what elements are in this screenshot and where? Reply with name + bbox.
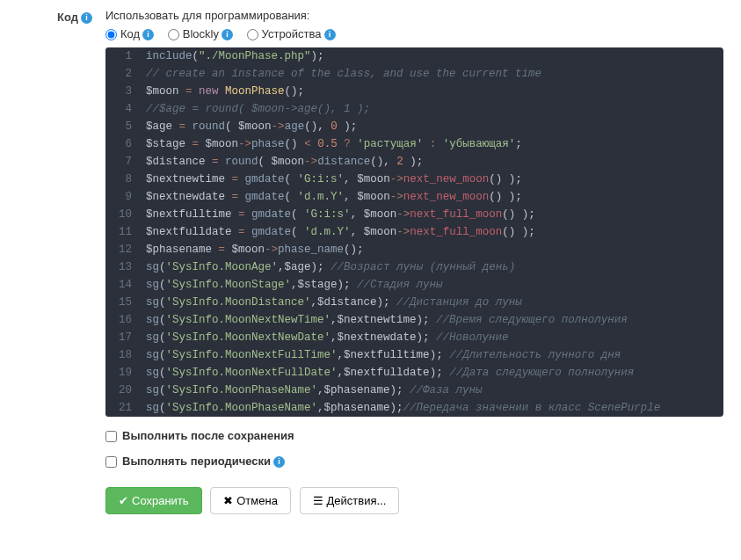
close-icon: ✖ <box>223 494 233 507</box>
line-number: 2 <box>105 65 142 83</box>
code-line[interactable]: 2// create an instance of the class, and… <box>105 65 723 83</box>
field-label: Кодi <box>18 9 105 417</box>
line-number: 13 <box>105 258 142 276</box>
line-number: 18 <box>105 346 142 364</box>
code-line[interactable]: 7$distance = round( $moon->distance(), 2… <box>105 153 723 171</box>
code-line[interactable]: 20sg('SysInfo.MoonPhaseName',$phasename)… <box>105 382 723 399</box>
save-button[interactable]: ✔Сохранить <box>105 487 202 514</box>
radio-devices[interactable]: Устройстваi <box>247 27 336 40</box>
radio-blockly[interactable]: Blocklyi <box>168 27 233 40</box>
code-line[interactable]: 15sg('SysInfo.MoonDistance',$distance); … <box>105 294 723 311</box>
code-line[interactable]: 3$moon = new MoonPhase(); <box>105 83 723 100</box>
checkbox-periodic[interactable]: Выполнять периодическиi <box>105 455 285 468</box>
code-line[interactable]: 5$age = round( $moon->age(), 0 ); <box>105 118 723 135</box>
line-number: 1 <box>105 47 142 65</box>
code-line[interactable]: 19sg('SysInfo.MoonNextFullDate',$nextful… <box>105 364 723 382</box>
line-number: 7 <box>105 153 142 171</box>
check-icon: ✔ <box>119 494 128 507</box>
info-icon[interactable]: i <box>273 456 285 468</box>
line-number: 9 <box>105 188 142 206</box>
code-line[interactable]: 11$nextfulldate = gmdate( 'd.m.Y', $moon… <box>105 223 723 241</box>
checkbox-after-save[interactable]: Выполнить после сохранения <box>105 429 294 442</box>
radio-code[interactable]: Кодi <box>105 27 154 40</box>
line-number: 3 <box>105 83 142 100</box>
code-line[interactable]: 12$phasename = $moon->phase_name(); <box>105 241 723 258</box>
code-line[interactable]: 8$nextnewtime = gmdate( 'G:i:s', $moon->… <box>105 171 723 188</box>
line-number: 12 <box>105 241 142 258</box>
info-icon[interactable]: i <box>81 12 92 24</box>
line-number: 6 <box>105 135 142 153</box>
line-number: 21 <box>105 399 142 417</box>
code-line[interactable]: 17sg('SysInfo.MoonNextNewDate',$nextnewd… <box>105 329 723 346</box>
code-line[interactable]: 10$nextfulltime = gmdate( 'G:i:s', $moon… <box>105 206 723 223</box>
code-line[interactable]: 6$stage = $moon->phase() < 0.5 ? 'растущ… <box>105 135 723 153</box>
line-number: 17 <box>105 329 142 346</box>
code-line[interactable]: 21sg('SysInfo.MoonPhaseName',$phasename)… <box>105 399 723 417</box>
code-line[interactable]: 18sg('SysInfo.MoonNextFullTime',$nextful… <box>105 346 723 364</box>
line-number: 16 <box>105 311 142 329</box>
line-number: 11 <box>105 223 142 241</box>
code-line[interactable]: 4//$age = round( $moon->age(), 1 ); <box>105 100 723 118</box>
code-editor[interactable]: 1include("./MoonPhase.php");2// create a… <box>105 47 723 417</box>
line-number: 5 <box>105 118 142 135</box>
line-number: 19 <box>105 364 142 382</box>
info-icon[interactable]: i <box>324 29 336 40</box>
line-number: 20 <box>105 382 142 399</box>
line-number: 8 <box>105 171 142 188</box>
cancel-button[interactable]: ✖Отмена <box>210 487 291 514</box>
info-icon[interactable]: i <box>142 29 154 40</box>
code-line[interactable]: 16sg('SysInfo.MoonNextNewTime',$nextnewt… <box>105 311 723 329</box>
info-icon[interactable]: i <box>222 29 233 40</box>
code-line[interactable]: 14sg('SysInfo.MoonStage',$stage); //Стад… <box>105 276 723 294</box>
code-line[interactable]: 9$nextnewdate = gmdate( 'd.m.Y', $moon->… <box>105 188 723 206</box>
line-number: 4 <box>105 100 142 118</box>
line-number: 15 <box>105 294 142 311</box>
code-line[interactable]: 1include("./MoonPhase.php"); <box>105 47 723 65</box>
line-number: 14 <box>105 276 142 294</box>
actions-button[interactable]: ☰Действия... <box>300 487 400 514</box>
line-number: 10 <box>105 206 142 223</box>
menu-icon: ☰ <box>313 494 323 507</box>
code-line[interactable]: 13sg('SysInfo.MoonAge',$age); //Возраст … <box>105 258 723 276</box>
prompt-text: Использовать для программирования: <box>105 9 723 22</box>
